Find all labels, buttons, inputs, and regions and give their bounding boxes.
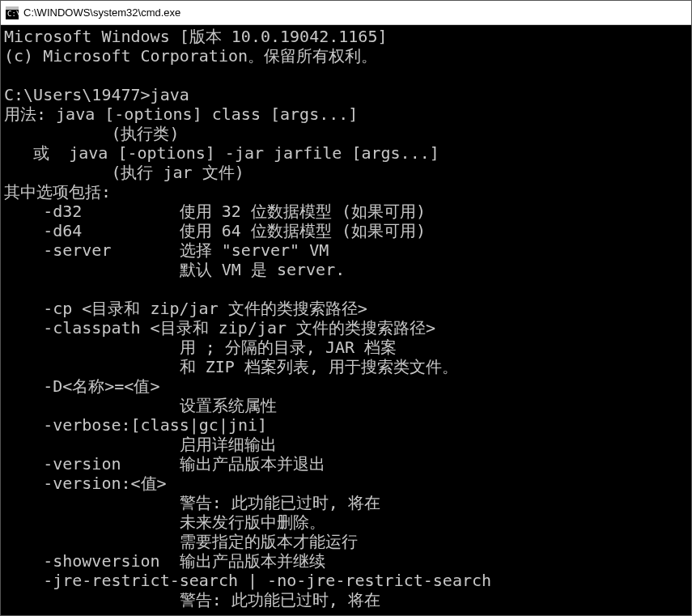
terminal-output[interactable]: Microsoft Windows [版本 10.0.19042.1165](c… [1, 25, 691, 615]
terminal-line: -version 输出产品版本并退出 [4, 454, 688, 474]
terminal-line: 启用详细输出 [4, 435, 688, 454]
terminal-line: -verbose:[class|gc|jni] [4, 415, 688, 435]
terminal-line: C:\Users\19477>java [4, 85, 688, 104]
terminal-line: 用法: java [-options] class [args...] [4, 104, 688, 124]
terminal-line: -d32 使用 32 位数据模型 (如果可用) [4, 202, 688, 221]
terminal-line: (执行 jar 文件) [4, 163, 688, 182]
cmd-window: C:\ C:\WINDOWS\system32\cmd.exe Microsof… [0, 0, 692, 616]
terminal-line: -jre-restrict-search | -no-jre-restrict-… [4, 571, 688, 590]
terminal-line: 其中选项包括: [4, 182, 688, 202]
terminal-line [4, 66, 688, 85]
terminal-line: 设置系统属性 [4, 396, 688, 415]
terminal-line: -cp <目录和 zip/jar 文件的类搜索路径> [4, 299, 688, 318]
terminal-line: 警告: 此功能已过时, 将在 [4, 590, 688, 610]
terminal-line: -D<名称>=<值> [4, 376, 688, 396]
terminal-line: 默认 VM 是 server. [4, 260, 688, 279]
svg-text:C:\: C:\ [7, 10, 19, 18]
terminal-line: 用 ; 分隔的目录, JAR 档案 [4, 338, 688, 357]
terminal-line: Microsoft Windows [版本 10.0.19042.1165] [4, 27, 688, 46]
terminal-line: -version:<值> [4, 474, 688, 493]
terminal-line: -d64 使用 64 位数据模型 (如果可用) [4, 221, 688, 240]
terminal-line: (c) Microsoft Corporation。保留所有权利。 [4, 46, 688, 66]
terminal-line [4, 279, 688, 299]
terminal-line: -server 选择 "server" VM [4, 240, 688, 260]
titlebar[interactable]: C:\ C:\WINDOWS\system32\cmd.exe [1, 1, 691, 25]
terminal-line: (执行类) [4, 124, 688, 143]
window-title: C:\WINDOWS\system32\cmd.exe [23, 6, 686, 19]
terminal-line: 和 ZIP 档案列表, 用于搜索类文件。 [4, 357, 688, 376]
cmd-icon: C:\ [6, 6, 19, 19]
terminal-line: -showversion 输出产品版本并继续 [4, 551, 688, 571]
terminal-line: 需要指定的版本才能运行 [4, 532, 688, 551]
terminal-line: 或 java [-options] -jar jarfile [args...] [4, 143, 688, 163]
terminal-line: 警告: 此功能已过时, 将在 [4, 493, 688, 512]
terminal-line: -classpath <目录和 zip/jar 文件的类搜索路径> [4, 318, 688, 338]
terminal-line: 未来发行版中删除。 [4, 512, 688, 532]
